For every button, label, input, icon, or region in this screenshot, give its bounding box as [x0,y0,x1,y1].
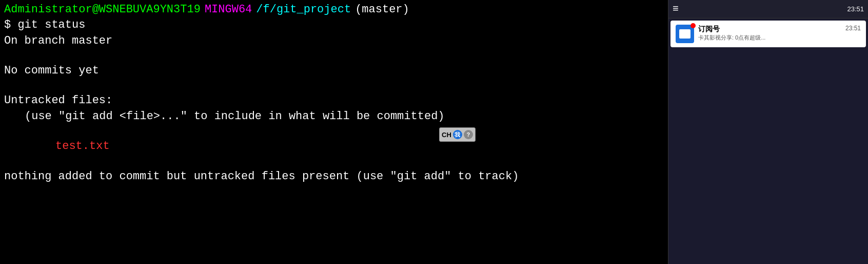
card-time: 23:51 [845,25,861,32]
output-line-5: nothing added to commit but untracked fi… [4,169,664,184]
notification-dot [691,23,696,28]
branch: (master) [355,2,409,17]
card-title: 订阅号 [698,25,841,34]
prompt-line: Administrator@WSNEBUVA9YN3T19 MINGW64 /f… [4,2,664,17]
output-line-2: No commits yet [4,63,664,79]
ime-toolbar[interactable]: CH 我 ? [439,127,476,142]
sidebar-notification-card[interactable]: 订阅号 卡其影视分享: 0点有超级... 23:51 [670,21,866,47]
command-line: $ git status [4,17,664,33]
output-line-1: On branch master [4,33,664,49]
sidebar-menu-icon[interactable]: ≡ [673,3,679,15]
path: /f/git_project [256,2,351,17]
untracked-file: test.txt [4,139,664,154]
terminal-window: Administrator@WSNEBUVA9YN3T19 MINGW64 /f… [0,0,668,264]
output-line-4: (use "git add <file>..." to include in w… [4,109,664,124]
card-content: 订阅号 卡其影视分享: 0点有超级... [698,25,841,42]
ime-help-icon[interactable]: ? [464,130,473,139]
ime-lang-label: CH [442,131,451,139]
card-app-icon [676,25,694,43]
ime-help-label: ? [466,131,470,138]
output-line-3: Untracked files: [4,93,664,108]
shell-name: MINGW64 [205,2,252,17]
user-host: Administrator@WSNEBUVA9YN3T19 [4,2,201,17]
ime-chinese-label: 我 [455,131,460,139]
ime-chinese-icon[interactable]: 我 [453,130,462,139]
card-subtitle: 卡其影视分享: 0点有超级... [698,34,841,42]
sidebar-time: 23:51 [847,5,864,13]
sidebar-header: ≡ 23:51 [668,0,868,18]
sidebar: ≡ 23:51 订阅号 卡其影视分享: 0点有超级... 23:51 [668,0,868,264]
